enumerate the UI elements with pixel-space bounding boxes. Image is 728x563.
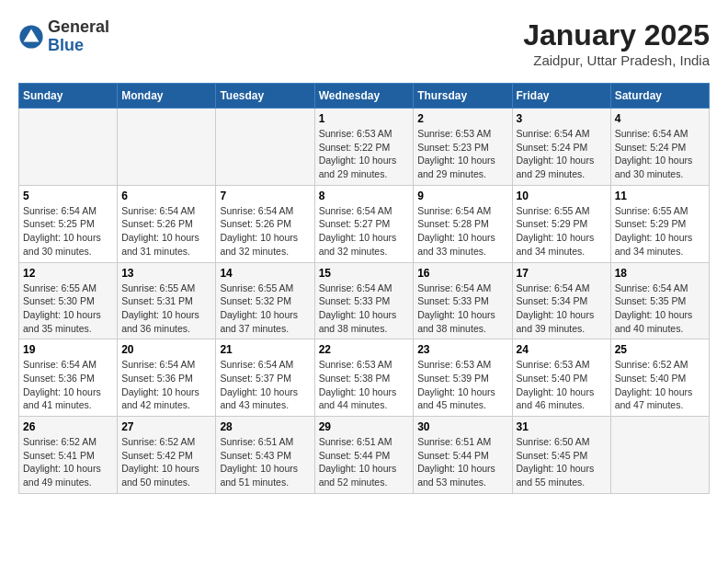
week-row-1: 1Sunrise: 6:53 AMSunset: 5:22 PMDaylight… — [19, 109, 710, 186]
day-cell: 6Sunrise: 6:54 AMSunset: 5:26 PMDaylight… — [118, 185, 216, 262]
day-cell: 27Sunrise: 6:52 AMSunset: 5:42 PMDayligh… — [118, 417, 216, 494]
day-cell — [610, 417, 709, 494]
day-cell: 21Sunrise: 6:54 AMSunset: 5:37 PMDayligh… — [216, 339, 314, 417]
day-cell: 15Sunrise: 6:54 AMSunset: 5:33 PMDayligh… — [314, 262, 414, 339]
day-cell: 4Sunrise: 6:54 AMSunset: 5:24 PMDaylight… — [610, 109, 709, 186]
day-number: 23 — [417, 343, 507, 356]
day-cell: 24Sunrise: 6:53 AMSunset: 5:40 PMDayligh… — [512, 339, 610, 417]
col-header-saturday: Saturday — [610, 84, 709, 109]
day-number: 6 — [121, 190, 211, 202]
day-info: Sunrise: 6:54 AMSunset: 5:24 PMDaylight:… — [615, 127, 705, 181]
day-info: Sunrise: 6:52 AMSunset: 5:40 PMDaylight:… — [615, 358, 705, 412]
day-info: Sunrise: 6:54 AMSunset: 5:33 PMDaylight:… — [319, 282, 410, 336]
day-cell: 30Sunrise: 6:51 AMSunset: 5:44 PMDayligh… — [414, 417, 512, 494]
day-cell: 14Sunrise: 6:55 AMSunset: 5:32 PMDayligh… — [216, 262, 314, 339]
logo-text: General Blue — [48, 18, 109, 55]
day-number: 24 — [517, 343, 607, 356]
month-title: January 2025 — [523, 18, 710, 52]
day-number: 31 — [517, 420, 607, 433]
day-number: 4 — [615, 112, 705, 125]
title-block: January 2025 Zaidpur, Uttar Pradesh, Ind… — [523, 18, 710, 68]
day-cell: 25Sunrise: 6:52 AMSunset: 5:40 PMDayligh… — [610, 339, 709, 417]
day-info: Sunrise: 6:55 AMSunset: 5:29 PMDaylight:… — [517, 204, 607, 259]
day-cell: 11Sunrise: 6:55 AMSunset: 5:29 PMDayligh… — [610, 185, 709, 262]
logo-blue: Blue — [48, 37, 109, 55]
week-row-3: 12Sunrise: 6:55 AMSunset: 5:30 PMDayligh… — [19, 262, 710, 339]
day-info: Sunrise: 6:54 AMSunset: 5:25 PMDaylight:… — [23, 204, 113, 259]
page-header: General Blue January 2025 Zaidpur, Uttar… — [18, 18, 710, 68]
day-cell: 16Sunrise: 6:54 AMSunset: 5:33 PMDayligh… — [414, 262, 512, 339]
week-row-4: 19Sunrise: 6:54 AMSunset: 5:36 PMDayligh… — [19, 339, 710, 417]
day-number: 13 — [121, 267, 211, 280]
day-number: 29 — [319, 420, 410, 433]
day-cell — [118, 109, 216, 186]
day-info: Sunrise: 6:51 AMSunset: 5:43 PMDaylight:… — [220, 435, 310, 489]
day-cell — [216, 109, 314, 186]
day-cell — [19, 109, 118, 186]
day-number: 1 — [319, 112, 410, 125]
day-cell: 31Sunrise: 6:50 AMSunset: 5:45 PMDayligh… — [512, 417, 610, 494]
day-number: 19 — [23, 343, 113, 356]
col-header-sunday: Sunday — [19, 84, 118, 109]
day-number: 5 — [23, 190, 113, 202]
day-cell: 23Sunrise: 6:53 AMSunset: 5:39 PMDayligh… — [414, 339, 512, 417]
day-info: Sunrise: 6:54 AMSunset: 5:28 PMDaylight:… — [417, 204, 507, 259]
day-info: Sunrise: 6:54 AMSunset: 5:26 PMDaylight:… — [220, 204, 310, 259]
day-number: 7 — [220, 190, 310, 202]
day-info: Sunrise: 6:53 AMSunset: 5:22 PMDaylight:… — [319, 127, 410, 181]
day-info: Sunrise: 6:55 AMSunset: 5:30 PMDaylight:… — [23, 282, 113, 336]
day-number: 10 — [517, 190, 607, 202]
day-number: 22 — [319, 343, 410, 356]
logo-icon — [18, 24, 44, 50]
day-cell: 22Sunrise: 6:53 AMSunset: 5:38 PMDayligh… — [314, 339, 414, 417]
day-info: Sunrise: 6:51 AMSunset: 5:44 PMDaylight:… — [319, 435, 410, 489]
day-cell: 1Sunrise: 6:53 AMSunset: 5:22 PMDaylight… — [314, 109, 414, 186]
col-header-monday: Monday — [118, 84, 216, 109]
logo-general: General — [48, 18, 109, 37]
day-info: Sunrise: 6:53 AMSunset: 5:39 PMDaylight:… — [417, 358, 507, 412]
day-cell: 8Sunrise: 6:54 AMSunset: 5:27 PMDaylight… — [314, 185, 414, 262]
day-info: Sunrise: 6:50 AMSunset: 5:45 PMDaylight:… — [517, 435, 607, 489]
day-info: Sunrise: 6:54 AMSunset: 5:33 PMDaylight:… — [417, 282, 507, 336]
day-cell: 5Sunrise: 6:54 AMSunset: 5:25 PMDaylight… — [19, 185, 118, 262]
day-cell: 3Sunrise: 6:54 AMSunset: 5:24 PMDaylight… — [512, 109, 610, 186]
col-header-friday: Friday — [512, 84, 610, 109]
day-cell: 7Sunrise: 6:54 AMSunset: 5:26 PMDaylight… — [216, 185, 314, 262]
day-number: 26 — [23, 420, 113, 433]
day-info: Sunrise: 6:53 AMSunset: 5:38 PMDaylight:… — [319, 358, 410, 412]
day-info: Sunrise: 6:53 AMSunset: 5:40 PMDaylight:… — [517, 358, 607, 412]
day-cell: 26Sunrise: 6:52 AMSunset: 5:41 PMDayligh… — [19, 417, 118, 494]
day-info: Sunrise: 6:54 AMSunset: 5:36 PMDaylight:… — [121, 358, 211, 412]
logo: General Blue — [18, 18, 109, 55]
day-cell: 13Sunrise: 6:55 AMSunset: 5:31 PMDayligh… — [118, 262, 216, 339]
day-info: Sunrise: 6:54 AMSunset: 5:26 PMDaylight:… — [121, 204, 211, 259]
day-number: 20 — [121, 343, 211, 356]
day-cell: 17Sunrise: 6:54 AMSunset: 5:34 PMDayligh… — [512, 262, 610, 339]
day-number: 17 — [517, 267, 607, 280]
day-number: 27 — [121, 420, 211, 433]
day-number: 30 — [417, 420, 507, 433]
day-number: 15 — [319, 267, 410, 280]
week-row-5: 26Sunrise: 6:52 AMSunset: 5:41 PMDayligh… — [19, 417, 710, 494]
day-cell: 19Sunrise: 6:54 AMSunset: 5:36 PMDayligh… — [19, 339, 118, 417]
location: Zaidpur, Uttar Pradesh, India — [523, 52, 710, 68]
day-number: 25 — [615, 343, 705, 356]
day-cell: 2Sunrise: 6:53 AMSunset: 5:23 PMDaylight… — [414, 109, 512, 186]
col-header-wednesday: Wednesday — [314, 84, 414, 109]
day-number: 12 — [23, 267, 113, 280]
day-number: 3 — [517, 112, 607, 125]
day-number: 8 — [319, 190, 410, 202]
day-number: 14 — [220, 267, 310, 280]
day-number: 18 — [615, 267, 705, 280]
col-header-thursday: Thursday — [414, 84, 512, 109]
day-info: Sunrise: 6:55 AMSunset: 5:29 PMDaylight:… — [615, 204, 705, 259]
day-info: Sunrise: 6:53 AMSunset: 5:23 PMDaylight:… — [417, 127, 507, 181]
day-number: 2 — [417, 112, 507, 125]
day-number: 9 — [417, 190, 507, 202]
day-info: Sunrise: 6:54 AMSunset: 5:37 PMDaylight:… — [220, 358, 310, 412]
day-info: Sunrise: 6:52 AMSunset: 5:42 PMDaylight:… — [121, 435, 211, 489]
day-cell: 12Sunrise: 6:55 AMSunset: 5:30 PMDayligh… — [19, 262, 118, 339]
day-number: 11 — [615, 190, 705, 202]
day-info: Sunrise: 6:54 AMSunset: 5:35 PMDaylight:… — [615, 282, 705, 336]
day-info: Sunrise: 6:52 AMSunset: 5:41 PMDaylight:… — [23, 435, 113, 489]
